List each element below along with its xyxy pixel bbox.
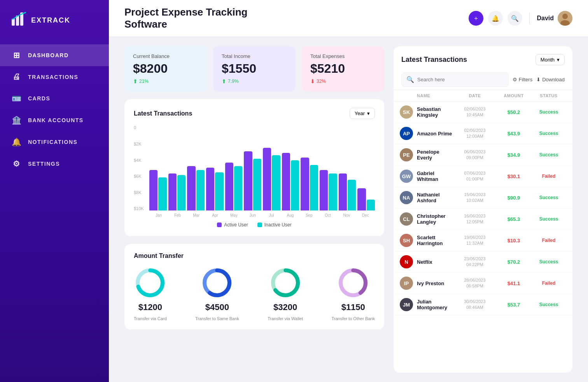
download-icon: ⬇ xyxy=(536,77,541,82)
tx-name: Christopher Langley xyxy=(417,213,453,225)
search-icon: 🔍 xyxy=(406,76,414,83)
svg-point-4 xyxy=(562,14,568,19)
tx-date: 06/06/202309:00PM xyxy=(453,149,496,161)
table-row[interactable]: SK Sebastian Kingsley 02/06/202310:45AM … xyxy=(394,102,572,123)
table-row[interactable]: NA Nathaniel Ashford 15/06/202310:02AM $… xyxy=(394,187,572,209)
sidebar-item-cards[interactable]: 🪪 CARDS xyxy=(0,88,109,109)
tx-amount: $34.9 xyxy=(496,152,531,158)
col-amount: AMOUNT xyxy=(496,93,531,98)
table-row[interactable]: CL Christopher Langley 16/06/202312:05PM… xyxy=(394,209,572,230)
transfer-items: $1200 Transfer via Card $4500 Transfer t… xyxy=(134,267,375,321)
tx-amount: $53.7 xyxy=(496,302,531,308)
tx-status: Failed xyxy=(531,173,566,179)
tx-amount: $30.1 xyxy=(496,173,531,179)
tx-date: 02/06/202312:00AM xyxy=(453,128,496,140)
settings-icon: ⚙ xyxy=(12,159,22,168)
table-row[interactable]: SH Scarlett Harrington 19/06/202311:32AM… xyxy=(394,230,572,251)
chart-period-select[interactable]: Year ▾ xyxy=(350,108,375,119)
sidebar-item-label: BANK ACCOUNTS xyxy=(28,117,84,123)
add-button[interactable]: ＋ xyxy=(469,11,483,26)
sidebar: EXTRACK ⊞ DASHBOARD 🖨 TRANSACTIONS 🪪 CAR… xyxy=(0,0,109,382)
transfer-label: Transfer to Same Bank xyxy=(195,316,239,321)
tx-avatar: IP xyxy=(400,277,413,290)
sidebar-item-notifications[interactable]: 🔔 NOTIFICATIONS xyxy=(0,131,109,153)
inactive-bar xyxy=(310,165,318,211)
tx-avatar: NA xyxy=(400,191,413,204)
inactive-bar xyxy=(272,155,280,211)
tx-date: 23/06/202304:22PM xyxy=(453,256,496,268)
bar-group xyxy=(168,173,186,210)
table-row[interactable]: N Netflix 23/06/202304:22PM $70.2 Succes… xyxy=(394,251,572,273)
active-bar xyxy=(301,158,309,211)
sidebar-item-bank-accounts[interactable]: 🏦 BANK ACCOUNTS xyxy=(0,109,109,131)
sidebar-item-settings[interactable]: ⚙ SETTINGS xyxy=(0,153,109,175)
tx-amount: $10.3 xyxy=(496,238,531,244)
user-name: David xyxy=(537,15,554,22)
donut-chart xyxy=(201,267,233,298)
tx-avatar: PE xyxy=(400,148,413,161)
balance-value: $8200 xyxy=(133,61,198,76)
logo-icon xyxy=(12,12,27,29)
bars-container xyxy=(149,125,375,211)
tx-date: 15/06/202310:02AM xyxy=(453,192,496,204)
chart-legend: Active User Inactive User xyxy=(134,222,375,228)
chart-title: Latest Transactions xyxy=(134,110,192,117)
transfer-amount: $1200 xyxy=(138,302,162,312)
sidebar-item-transactions[interactable]: 🖨 TRANSACTIONS xyxy=(0,66,109,88)
rp-header: Latest Transactions Month ▾ xyxy=(394,46,572,69)
transactions-icon: 🖨 xyxy=(12,72,22,81)
tx-status: Success xyxy=(531,259,566,265)
tx-name: Netflix xyxy=(417,259,453,265)
tx-avatar: CL xyxy=(400,212,413,226)
active-bar xyxy=(263,148,271,211)
topbar-divider xyxy=(529,12,530,24)
table-row[interactable]: AP Amazon Prime 02/06/202312:00AM $43.9 … xyxy=(394,123,572,144)
filters-button[interactable]: ⚙ Filters xyxy=(513,77,532,82)
tx-avatar: JM xyxy=(400,298,413,311)
bar-group xyxy=(282,153,299,210)
transfer-amount: $3200 xyxy=(273,302,297,312)
tx-status: Success xyxy=(531,131,566,136)
sidebar-item-label: NOTIFICATIONS xyxy=(28,139,77,145)
chart-card: Latest Transactions Year ▾ $10K$8K$6K$4K… xyxy=(124,99,384,236)
tx-name: Scarlett Harrington xyxy=(417,235,453,246)
inactive-bar xyxy=(196,170,205,211)
inactive-bar xyxy=(329,173,337,210)
period-select[interactable]: Month ▾ xyxy=(536,54,565,65)
avatar xyxy=(558,11,572,26)
transfer-label: Transfer via Wallet xyxy=(268,316,303,321)
logo-area: EXTRACK xyxy=(0,12,109,44)
inactive-bar xyxy=(234,166,242,210)
tx-status: Success xyxy=(531,302,566,307)
table-row[interactable]: PE Penelope Everly 06/06/202309:00PM $34… xyxy=(394,144,572,166)
filter-icon: ⚙ xyxy=(513,77,517,82)
inactive-bar xyxy=(291,160,299,210)
dashboard-icon: ⊞ xyxy=(12,51,22,60)
inactive-bar xyxy=(177,175,186,210)
tx-status: Success xyxy=(531,216,566,222)
sidebar-item-dashboard[interactable]: ⊞ DASHBOARD xyxy=(0,44,109,66)
tx-avatar: SK xyxy=(400,105,413,119)
donut-chart xyxy=(135,267,166,298)
tx-status: Success xyxy=(531,195,566,200)
table-row[interactable]: JM Julian Montgomery 30/06/202308:46AM $… xyxy=(394,294,572,315)
tx-date: 02/06/202310:45AM xyxy=(453,106,496,118)
table-row[interactable]: IP Ivy Preston 28/06/202306:58PM $41.1 F… xyxy=(394,273,572,294)
search-input[interactable] xyxy=(417,77,504,82)
tx-avatar: SH xyxy=(400,234,413,247)
active-bar xyxy=(339,173,347,210)
sidebar-nav: ⊞ DASHBOARD 🖨 TRANSACTIONS 🪪 CARDS 🏦 BAN… xyxy=(0,44,109,175)
notification-button[interactable]: 🔔 xyxy=(488,11,503,26)
income-label: Total Income xyxy=(222,53,287,59)
table-row[interactable]: GW Gabriel Whitman 07/06/202301:00PM $30… xyxy=(394,166,572,187)
transfer-item: $4500 Transfer to Same Bank xyxy=(195,267,239,321)
tx-date: 07/06/202301:00PM xyxy=(453,170,496,182)
download-button[interactable]: ⬇ Download xyxy=(536,77,565,82)
search-button[interactable]: 🔍 xyxy=(508,11,522,26)
transfer-title: Amount Transfer xyxy=(134,252,375,259)
bar-group xyxy=(301,158,318,211)
topbar: Project Expense Tracking Software ＋ 🔔 🔍 … xyxy=(109,0,588,37)
inactive-bar xyxy=(215,172,223,211)
bell-icon: 🔔 xyxy=(12,137,22,147)
stat-cards: Current Balance $8200 ⬆ 21% Total Income… xyxy=(124,46,384,91)
